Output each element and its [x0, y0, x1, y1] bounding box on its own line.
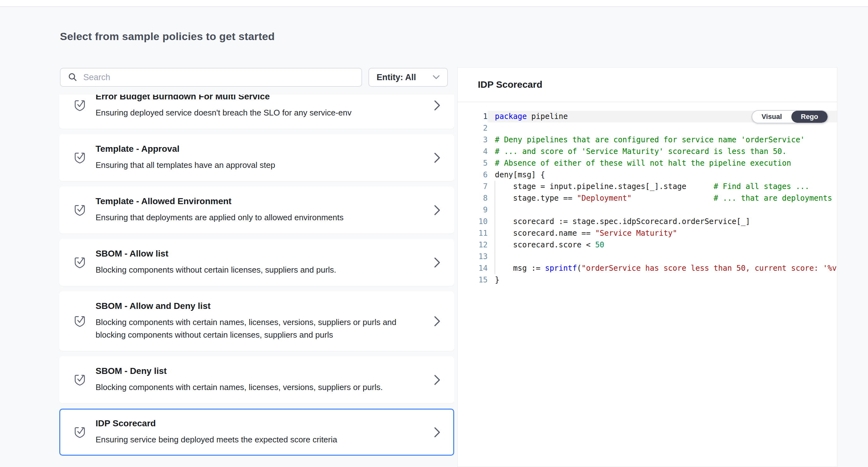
code-line-text: scorecard.name == "Service Maturity" [488, 228, 837, 239]
policy-card[interactable]: Template - Allowed Environment Ensuring … [59, 186, 454, 233]
policy-description: Ensuring deployed service doesn't breach… [96, 106, 398, 119]
code-line: 10 scorecard := stage.spec.idpScorecard.… [458, 216, 837, 228]
code-line-text: # ... and score of 'Service Maturity' sc… [488, 146, 837, 157]
visual-rego-toggle: VisualRego [752, 110, 828, 123]
policy-description: Ensuring service being deployed meets th… [96, 433, 398, 446]
chevron-right-icon [434, 374, 441, 386]
line-number: 14 [458, 263, 488, 274]
code-line-text: scorecard := stage.spec.idpScorecard.ord… [488, 216, 837, 228]
code-line-text: deny[msg] { [488, 169, 837, 181]
policy-card[interactable]: Error Budget Burndown For Multi Service … [59, 95, 454, 129]
code-line-text [488, 251, 837, 263]
toggle-option-visual[interactable]: Visual [752, 111, 792, 123]
policy-text: SBOM - Deny list Blocking components wit… [96, 366, 398, 393]
policy-card[interactable]: SBOM - Deny list Blocking components wit… [59, 356, 454, 403]
code-line-text [488, 204, 837, 216]
line-number: 3 [458, 134, 488, 146]
chevron-right-icon [434, 100, 441, 111]
code-line-text [488, 122, 837, 134]
policy-list: Error Budget Burndown For Multi Service … [59, 95, 454, 467]
shield-check-icon [73, 255, 87, 270]
policy-title: SBOM - Allow list [96, 249, 398, 259]
search-input[interactable] [83, 72, 354, 82]
code-line: 15 } [458, 274, 837, 286]
policy-title: Template - Allowed Environment [96, 196, 398, 206]
policy-card[interactable]: SBOM - Allow and Deny list Blocking comp… [59, 291, 454, 351]
policy-card[interactable]: SBOM - Allow list Blocking components wi… [59, 239, 454, 286]
line-number: 7 [458, 181, 488, 193]
policy-title: IDP Scorecard [96, 418, 398, 429]
policy-description: Blocking components without certain lice… [96, 263, 398, 276]
shield-check-icon [73, 203, 87, 218]
line-number: 12 [458, 239, 488, 251]
policy-title: Template - Approval [96, 144, 398, 154]
policy-text: Template - Approval Ensuring that all te… [96, 144, 398, 171]
chevron-right-icon [434, 152, 441, 164]
top-bar [0, 0, 868, 7]
code-line-text: stage.type == "Deployment" # ... that ar… [488, 193, 837, 204]
chevron-right-icon [434, 316, 441, 327]
indent-guide [495, 181, 495, 274]
shield-check-icon [73, 425, 87, 440]
policy-card[interactable]: Template - Approval Ensuring that all te… [59, 134, 454, 181]
line-number: 10 [458, 216, 488, 228]
line-number: 4 [458, 146, 488, 157]
line-number: 2 [458, 122, 488, 134]
preview-header: IDP Scorecard [458, 67, 837, 102]
policy-description: Ensuring that deployments are applied on… [96, 211, 398, 224]
chevron-right-icon [434, 257, 441, 268]
code-line-text: } [488, 274, 837, 286]
policy-card[interactable]: IDP Scorecard Ensuring service being dep… [59, 409, 454, 456]
code-line-text: # Absence of either of these will not ha… [488, 157, 837, 169]
line-number: 8 [458, 193, 488, 204]
preview-title: IDP Scorecard [478, 79, 542, 90]
shield-check-icon [73, 150, 87, 165]
search-icon [67, 72, 78, 82]
toggle-option-rego[interactable]: Rego [792, 111, 828, 123]
policy-text: SBOM - Allow and Deny list Blocking comp… [96, 301, 398, 341]
code-line: 12 scorecard.score < 50 [458, 239, 837, 251]
code-line-text: # Deny pipelines that are configured for… [488, 134, 837, 146]
chevron-right-icon [434, 204, 441, 216]
code-line: 6 deny[msg] { [458, 169, 837, 181]
code-line: 11 scorecard.name == "Service Maturity" [458, 228, 837, 239]
line-number: 9 [458, 204, 488, 216]
code-line: 5 # Absence of either of these will not … [458, 157, 837, 169]
code-line: 9 [458, 204, 837, 216]
code-line: 13 [458, 251, 837, 263]
policy-title: SBOM - Allow and Deny list [96, 301, 398, 311]
policy-description: Ensuring that all templates have an appr… [96, 159, 398, 171]
code-line-text: scorecard.score < 50 [488, 239, 837, 251]
policy-text: Error Budget Burndown For Multi Service … [96, 95, 398, 119]
entity-filter-label: Entity: All [377, 72, 416, 82]
policy-text: SBOM - Allow list Blocking components wi… [96, 249, 398, 276]
shield-check-icon [73, 98, 87, 113]
search-box [60, 68, 362, 87]
code-line: 14 msg := sprintf("orderService has scor… [458, 263, 837, 274]
policy-text: Template - Allowed Environment Ensuring … [96, 196, 398, 224]
page-title: Select from sample policies to get start… [60, 30, 275, 42]
code-line: 4 # ... and score of 'Service Maturity' … [458, 146, 837, 157]
code-line: 3 # Deny pipelines that are configured f… [458, 134, 837, 146]
policy-title: Error Budget Burndown For Multi Service [96, 95, 398, 101]
code-line-text: stage = input.pipeline.stages[_].stage #… [488, 181, 837, 193]
policy-text: IDP Scorecard Ensuring service being dep… [96, 418, 398, 446]
code-editor[interactable]: 1 package pipeline 2 3 # Deny pipelines … [458, 103, 837, 467]
chevron-down-icon [433, 75, 440, 80]
code-line: 7 stage = input.pipeline.stages[_].stage… [458, 181, 837, 193]
chevron-right-icon [434, 427, 441, 438]
policy-description: Blocking components with certain names, … [96, 381, 398, 393]
policy-title: SBOM - Deny list [96, 366, 398, 376]
line-number: 13 [458, 251, 488, 263]
line-number: 1 [458, 111, 488, 122]
shield-check-icon [73, 372, 87, 387]
line-number: 5 [458, 157, 488, 169]
code-line-text: msg := sprintf("orderService has score l… [488, 263, 837, 274]
entity-filter-dropdown[interactable]: Entity: All [368, 68, 448, 87]
line-number: 11 [458, 228, 488, 239]
line-number: 15 [458, 274, 488, 286]
code-line: 8 stage.type == "Deployment" # ... that … [458, 193, 837, 204]
policy-preview-panel: IDP Scorecard 1 package pipeline 2 3 # D… [457, 67, 837, 467]
policy-description: Blocking components with certain names, … [96, 316, 398, 341]
shield-check-icon [73, 314, 87, 329]
